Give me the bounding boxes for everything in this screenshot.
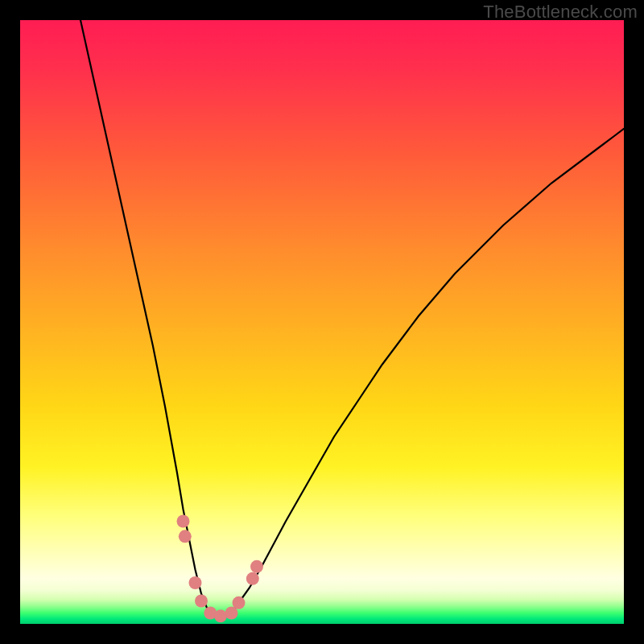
marker-dot [177,515,190,528]
watermark-text: TheBottleneck.com [483,2,638,23]
low-point-markers [177,515,264,623]
marker-dot [246,572,259,585]
bottleneck-curve [80,20,624,618]
marker-dot [233,597,246,609]
marker-dot [214,609,227,622]
plot-area [20,20,624,624]
outer-frame: TheBottleneck.com [0,0,644,644]
marker-dot [250,560,263,573]
marker-dot [179,530,192,543]
chart-svg [20,20,624,624]
marker-dot [189,576,202,589]
marker-dot [195,595,208,608]
